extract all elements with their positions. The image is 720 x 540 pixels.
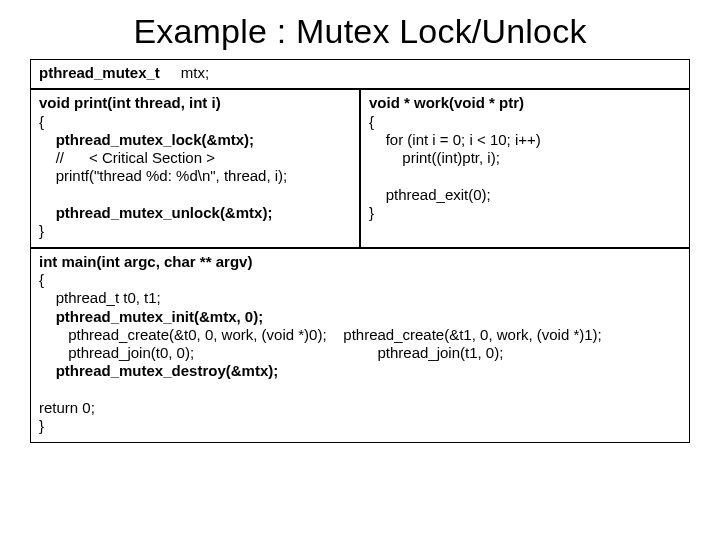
code-box-work-fn: void * work(void * ptr) { for (int i = 0… [360, 89, 690, 247]
main-close: } [39, 417, 44, 434]
code-declaration: pthread_mutex_t mtx; [31, 60, 689, 88]
work-l2: print((int)ptr, i); [369, 149, 500, 166]
main-l4a: pthread_join(t0, 0); [39, 344, 194, 361]
work-close: } [369, 204, 374, 221]
work-open: { [369, 113, 374, 130]
print-l3: printf("thread %d: %d\n", thread, i); [39, 167, 287, 184]
code-print-fn: void print(int thread, int i) { pthread_… [31, 90, 359, 246]
code-box-main-fn: int main(int argc, char ** argv) { pthre… [30, 248, 690, 443]
main-l4b: pthread_join(t1, 0); [377, 344, 503, 361]
slide-title: Example : Mutex Lock/Unlock [30, 12, 690, 51]
main-l2: pthread_mutex_init(&mtx, 0); [39, 308, 263, 325]
main-open: { [39, 271, 44, 288]
main-l3a: pthread_create(&t0, 0, work, (void *)0); [39, 326, 327, 343]
print-l2: // < Critical Section > [39, 149, 215, 166]
main-sig: int main(int argc, char ** argv) [39, 253, 252, 270]
main-l3b: pthread_create(&t1, 0, work, (void *)1); [343, 326, 601, 343]
main-ret: return 0; [39, 399, 95, 416]
code-box-print-fn: void print(int thread, int i) { pthread_… [30, 89, 360, 247]
main-l1: pthread_t t0, t1; [39, 289, 161, 306]
work-l1: for (int i = 0; i < 10; i++) [369, 131, 541, 148]
print-l5: pthread_mutex_unlock(&mtx); [39, 204, 272, 221]
code-work-fn: void * work(void * ptr) { for (int i = 0… [361, 90, 689, 228]
work-l4: pthread_exit(0); [369, 186, 491, 203]
print-sig: void print(int thread, int i) [39, 94, 221, 111]
work-sig: void * work(void * ptr) [369, 94, 524, 111]
decl-type: pthread_mutex_t [39, 64, 160, 81]
print-l1: pthread_mutex_lock(&mtx); [39, 131, 254, 148]
print-open: { [39, 113, 44, 130]
code-main-fn: int main(int argc, char ** argv) { pthre… [31, 249, 689, 442]
code-box-declaration: pthread_mutex_t mtx; [30, 59, 690, 89]
decl-var: mtx; [181, 64, 209, 81]
main-l5: pthread_mutex_destroy(&mtx); [39, 362, 278, 379]
print-close: } [39, 222, 44, 239]
